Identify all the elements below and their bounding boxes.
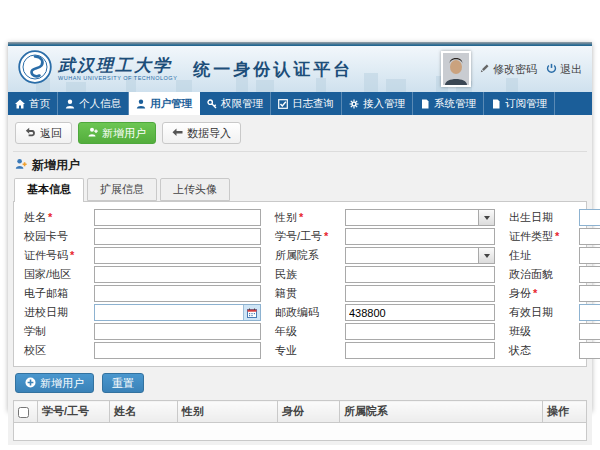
field-label: 班级 (509, 324, 579, 339)
native-place-input[interactable] (345, 285, 495, 302)
header: 武汉理工大学 WUHAN UNIVERSITY OF TECHNOLOGY 统一… (8, 46, 592, 92)
field-label: 状态 (509, 343, 579, 358)
table-header-row: 学号/工号 姓名 性别 身份 所属院系 操作 (14, 401, 587, 423)
table-empty-row (14, 423, 587, 441)
field-label: 民族 (275, 267, 345, 282)
nav-item-profile[interactable]: 个人信息 (58, 92, 129, 115)
power-icon (546, 63, 557, 76)
university-logo-icon (18, 50, 52, 88)
field-label: 年级 (275, 324, 345, 339)
schooling-length-input[interactable] (94, 323, 261, 340)
field-label: 邮政编码 (275, 305, 345, 320)
student-id-input[interactable] (345, 228, 495, 245)
field-label: 所属院系 (275, 248, 345, 263)
birth-date-input[interactable] (580, 211, 600, 224)
back-button[interactable]: 返回 (15, 122, 72, 144)
nav-item-home[interactable]: 首页 (8, 92, 58, 115)
required-marker: * (48, 211, 52, 223)
col-name: 姓名 (110, 401, 178, 423)
user-icon (136, 99, 146, 109)
field-label: 校园卡号 (24, 229, 94, 244)
field-label: 姓名* (24, 210, 94, 225)
field-label: 身份* (509, 286, 579, 301)
col-identity: 身份 (278, 401, 340, 423)
address-input[interactable] (579, 247, 600, 264)
nav-item-permissions[interactable]: 权限管理 (200, 92, 271, 115)
enroll-date-input[interactable] (95, 306, 243, 319)
main-nav: 首页 个人信息 用户管理 权限管理 日志查询 接入管理 系统管理 订阅管理 (8, 92, 592, 115)
postal-code-input[interactable] (345, 304, 495, 321)
university-name-cn: 武汉理工大学 (58, 57, 177, 74)
field-label: 性别* (275, 210, 345, 225)
logout-link[interactable]: 退出 (546, 62, 582, 77)
select-all-checkbox[interactable] (18, 407, 29, 418)
id-type-input[interactable] (579, 228, 600, 245)
app-window: 武汉理工大学 WUHAN UNIVERSITY OF TECHNOLOGY 统一… (8, 42, 592, 411)
name-input[interactable] (94, 209, 261, 226)
campus-input[interactable] (94, 342, 261, 359)
section-title: 新增用户 (13, 152, 587, 178)
valid-date-input[interactable] (580, 306, 600, 319)
tab-upload-avatar[interactable]: 上传头像 (160, 178, 230, 201)
id-number-input[interactable] (94, 247, 261, 264)
left-arrow-icon (172, 127, 183, 139)
required-marker: * (324, 230, 328, 242)
select-all-cell (14, 401, 38, 423)
university-name-en: WUHAN UNIVERSITY OF TECHNOLOGY (58, 76, 177, 82)
status-input[interactable] (579, 342, 600, 359)
gear-icon (349, 99, 359, 109)
gender-select[interactable] (345, 209, 495, 226)
nav-item-system[interactable]: 系统管理 (413, 92, 484, 115)
document-icon (420, 99, 430, 109)
campus-card-input[interactable] (94, 228, 261, 245)
field-label: 政治面貌 (509, 267, 579, 282)
country-region-input[interactable] (94, 266, 261, 283)
grade-input[interactable] (345, 323, 495, 340)
col-gender: 性别 (178, 401, 278, 423)
change-password-link[interactable]: 修改密码 (480, 62, 537, 77)
field-label: 籍贯 (275, 286, 345, 301)
user-plus-icon (88, 127, 98, 139)
user-plus-icon (15, 158, 27, 173)
field-label: 专业 (275, 343, 345, 358)
field-label: 进校日期 (24, 305, 94, 320)
nav-item-user-management[interactable]: 用户管理 (129, 92, 200, 115)
data-import-button[interactable]: 数据导入 (162, 122, 241, 144)
nav-item-access[interactable]: 接入管理 (342, 92, 413, 115)
chevron-down-icon (478, 248, 494, 263)
calendar-icon[interactable] (243, 305, 260, 320)
field-label: 电子邮箱 (24, 286, 94, 301)
reset-button[interactable]: 重置 (102, 373, 144, 393)
university-name: 武汉理工大学 WUHAN UNIVERSITY OF TECHNOLOGY (58, 57, 177, 82)
col-department: 所属院系 (340, 401, 543, 423)
tab-extended-info[interactable]: 扩展信息 (87, 178, 157, 201)
field-label: 证件类型* (509, 229, 579, 244)
required-marker: * (555, 230, 559, 242)
user-table: 学号/工号 姓名 性别 身份 所属院系 操作 (13, 400, 587, 441)
field-label: 出生日期 (509, 210, 579, 225)
department-select[interactable] (345, 247, 495, 264)
user-form: 姓名* 性别* 出生日期 校园卡号 学号/工号* 证件类型* 证件号码* 所属院… (24, 209, 576, 359)
field-label: 国家/地区 (24, 267, 94, 282)
class-input[interactable] (579, 323, 600, 340)
home-icon (15, 99, 25, 109)
log-check-icon (278, 99, 288, 109)
nav-item-logs[interactable]: 日志查询 (271, 92, 342, 115)
submit-add-user-button[interactable]: 新增用户 (15, 373, 94, 393)
key-icon (207, 99, 217, 109)
field-label: 有效日期 (509, 305, 579, 320)
document-icon (491, 99, 501, 109)
identity-input[interactable] (579, 285, 600, 302)
nav-item-subscriptions[interactable]: 订阅管理 (484, 92, 555, 115)
field-label: 住址 (509, 248, 579, 263)
tab-basic-info[interactable]: 基本信息 (14, 178, 84, 202)
major-input[interactable] (345, 342, 495, 359)
col-student-id: 学号/工号 (38, 401, 110, 423)
add-user-toolbar-button[interactable]: 新增用户 (78, 122, 156, 144)
field-label: 证件号码* (24, 248, 94, 263)
email-input[interactable] (94, 285, 261, 302)
form-tabs: 基本信息 扩展信息 上传头像 (13, 178, 587, 201)
political-status-input[interactable] (579, 266, 600, 283)
content-area: 返回 新增用户 数据导入 新增用户 基本信息 扩展信息 上传头像 姓名* 性别*… (8, 115, 592, 445)
ethnicity-input[interactable] (345, 266, 495, 283)
